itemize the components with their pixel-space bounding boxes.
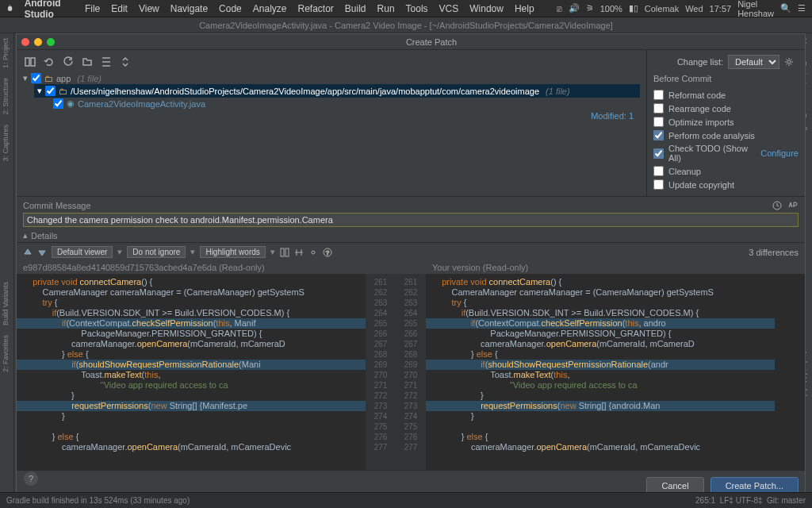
commit-message-input[interactable]: Changed the camera permission check to a… bbox=[23, 213, 799, 227]
menu-help[interactable]: Help bbox=[515, 3, 534, 14]
code-line bbox=[17, 421, 366, 432]
chevron-down-icon: ▾ bbox=[37, 86, 42, 96]
tree-path[interactable]: ▾ 🗀 /Users/nigelhenshaw/AndroidStudioPro… bbox=[34, 84, 640, 98]
code-line: private void connectCamera() { bbox=[17, 277, 366, 287]
code-line: "Video app required access to ca bbox=[426, 380, 775, 391]
opt-copyright-checkbox[interactable] bbox=[653, 179, 664, 190]
code-line: } bbox=[17, 391, 366, 401]
folder-icon: 🗀 bbox=[44, 74, 53, 83]
line-number: 275275 bbox=[366, 421, 426, 432]
help-button[interactable]: ? bbox=[24, 471, 38, 486]
details-toggle[interactable]: ▴Details bbox=[17, 229, 805, 242]
opt-todo-checkbox[interactable] bbox=[653, 148, 664, 159]
line-number: 269269 bbox=[366, 360, 426, 370]
collapse-unchanged-icon[interactable] bbox=[280, 248, 289, 257]
rail-build-variants[interactable]: Build Variants bbox=[0, 277, 11, 330]
diff-left-pane: private void connectCamera() { CameraMan… bbox=[17, 274, 366, 470]
code-line: if(ContextCompat.checkSelfPermission(thi… bbox=[17, 318, 366, 329]
help-icon[interactable]: ? bbox=[323, 248, 332, 257]
line-number: 274274 bbox=[366, 411, 426, 421]
menu-refactor[interactable]: Refactor bbox=[298, 3, 334, 14]
rail-favorites[interactable]: 2: Favorites bbox=[0, 330, 11, 377]
diff-left-header: e987d88584a8ed4140859d715763acbed4a7e6da… bbox=[23, 263, 372, 272]
tree-root[interactable]: ▾ 🗀 app (1 file) bbox=[23, 72, 640, 84]
menu-tools[interactable]: Tools bbox=[406, 3, 428, 14]
menu-window[interactable]: Window bbox=[469, 3, 504, 14]
code-line: if(Build.VERSION.SDK_INT >= Build.VERSIO… bbox=[17, 308, 366, 318]
tree-file-checkbox[interactable] bbox=[53, 98, 63, 109]
opt-optimize-checkbox[interactable] bbox=[653, 117, 664, 127]
apple-icon bbox=[6, 3, 13, 14]
battery-icon: ▮▯ bbox=[629, 3, 638, 13]
line-number: 273273 bbox=[366, 401, 426, 411]
code-line: } bbox=[426, 391, 775, 401]
tree-file[interactable]: ◉ Camera2VideoImageActivity.java bbox=[53, 98, 640, 110]
code-line: CameraManager cameraManager = (CameraMan… bbox=[426, 287, 775, 298]
menu-build[interactable]: Build bbox=[345, 3, 366, 14]
line-number: 267267 bbox=[366, 339, 426, 349]
highlight-select[interactable]: Highlight words bbox=[200, 246, 265, 258]
line-number: 266266 bbox=[366, 329, 426, 339]
code-line: } else { bbox=[17, 432, 366, 442]
gear-icon[interactable] bbox=[308, 248, 318, 257]
refresh-icon[interactable] bbox=[63, 56, 74, 67]
tree-root-checkbox[interactable] bbox=[31, 73, 41, 83]
opt-analysis-checkbox[interactable] bbox=[653, 130, 664, 140]
rail-structure[interactable]: 2: Structure bbox=[0, 73, 11, 120]
rail-project[interactable]: 1: Project bbox=[0, 33, 11, 73]
line-number: 263263 bbox=[366, 298, 426, 308]
expand-icon[interactable] bbox=[101, 56, 112, 67]
code-line: CameraManager cameraManager = (CameraMan… bbox=[17, 287, 366, 298]
tree-root-count: (1 file) bbox=[77, 74, 102, 83]
left-tool-rail: 1: Project 2: Structure 3: Captures Buil… bbox=[0, 33, 14, 492]
menu-run[interactable]: Run bbox=[377, 3, 395, 14]
ignore-select[interactable]: Do not ignore bbox=[127, 246, 186, 258]
status-message: Gradle build finished in 13s 524ms (33 m… bbox=[6, 496, 190, 505]
opt-analysis-label: Perform code analysis bbox=[668, 131, 755, 140]
revert-icon[interactable] bbox=[44, 56, 55, 67]
opt-configure-link[interactable]: Configure bbox=[760, 148, 799, 158]
tree-root-label: app bbox=[56, 74, 71, 83]
viewer-select[interactable]: Default viewer bbox=[52, 246, 113, 258]
code-line: Toast.makeText(this, bbox=[17, 370, 366, 380]
opt-rearrange-checkbox[interactable] bbox=[653, 103, 664, 114]
tree-path-label: /Users/nigelhenshaw/AndroidStudioProject… bbox=[71, 87, 539, 96]
menu-file[interactable]: File bbox=[85, 3, 100, 14]
menu-view[interactable]: View bbox=[139, 3, 159, 14]
opt-reformat-checkbox[interactable] bbox=[653, 90, 664, 100]
line-number: 271271 bbox=[366, 380, 426, 391]
line-number: 265265 bbox=[366, 318, 426, 329]
before-commit-panel: Change list: Default Before Commit Refor… bbox=[646, 50, 805, 196]
history-icon[interactable] bbox=[772, 200, 783, 211]
menu-code[interactable]: Code bbox=[219, 3, 242, 14]
tree-path-checkbox[interactable] bbox=[45, 86, 56, 96]
rail-captures[interactable]: 3: Captures bbox=[0, 120, 11, 167]
close-icon[interactable] bbox=[21, 38, 29, 46]
prev-diff-icon[interactable] bbox=[23, 248, 33, 257]
maximize-icon[interactable] bbox=[47, 38, 55, 46]
spellcheck-icon[interactable] bbox=[787, 200, 799, 211]
change-list-select[interactable]: Default bbox=[728, 55, 779, 69]
cast-icon: ⎚ bbox=[557, 4, 562, 13]
gear-icon[interactable] bbox=[784, 57, 794, 67]
spotlight-icon[interactable]: 🔍 bbox=[780, 3, 791, 13]
svg-rect-0 bbox=[25, 58, 29, 66]
notifications-icon[interactable]: ☰ bbox=[798, 3, 806, 13]
opt-cleanup-checkbox[interactable] bbox=[653, 166, 664, 176]
group-icon[interactable] bbox=[82, 56, 93, 67]
sync-scroll-icon[interactable] bbox=[294, 248, 304, 257]
menu-analyze[interactable]: Analyze bbox=[253, 3, 287, 14]
menu-vcs[interactable]: VCS bbox=[439, 3, 459, 14]
menu-edit[interactable]: Edit bbox=[111, 3, 128, 14]
code-line: Toast.makeText(this, bbox=[426, 370, 775, 380]
diff-count: 3 differences bbox=[749, 248, 799, 257]
changes-tree: ▾ 🗀 app (1 file) ▾ 🗀 /Users/nigelhenshaw… bbox=[17, 50, 646, 196]
next-diff-icon[interactable] bbox=[37, 248, 47, 257]
diff-viewer[interactable]: private void connectCamera() { CameraMan… bbox=[17, 274, 805, 470]
collapse-icon[interactable] bbox=[120, 56, 131, 67]
minimize-icon[interactable] bbox=[34, 38, 42, 46]
dialog-title: Create Patch bbox=[63, 37, 800, 47]
menu-navigate[interactable]: Navigate bbox=[170, 3, 208, 14]
diff-right-header: Your version (Read-only) bbox=[432, 263, 799, 272]
show-diff-icon[interactable] bbox=[25, 56, 36, 67]
